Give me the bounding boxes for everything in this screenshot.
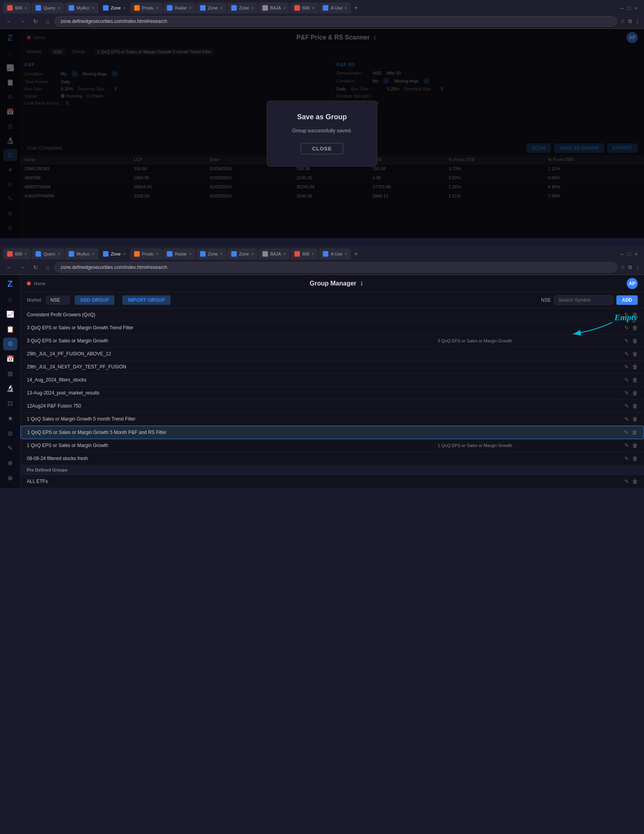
delete-icon[interactable]: 🗑 bbox=[632, 364, 638, 370]
menu-icon-2[interactable]: ⋮ bbox=[635, 264, 640, 270]
gm-market-value[interactable]: NSE bbox=[46, 296, 70, 304]
sidebar2-icon-tool3[interactable]: ⊕ bbox=[3, 457, 17, 470]
tab-close[interactable]: × bbox=[24, 252, 27, 256]
reload-button[interactable]: ↻ bbox=[31, 17, 40, 25]
tab-close[interactable]: × bbox=[189, 252, 191, 256]
tab-close[interactable]: × bbox=[283, 6, 286, 10]
tab-close[interactable]: × bbox=[312, 252, 314, 256]
sidebar2-icon-tool1[interactable]: ⊘ bbox=[3, 427, 17, 440]
predefined-group-item[interactable]: ALL ETFs ✎ 🗑 bbox=[21, 475, 644, 488]
url-input-2[interactable] bbox=[54, 262, 617, 272]
modal-close-button[interactable]: CLOSE bbox=[301, 143, 343, 154]
reload-button-2[interactable]: ↻ bbox=[31, 263, 40, 271]
sidebar2-icon-stars[interactable]: ★ bbox=[3, 412, 17, 425]
close-window-button[interactable]: × bbox=[635, 5, 638, 11]
tab-close[interactable]: × bbox=[251, 6, 254, 10]
edit-icon[interactable]: ✎ bbox=[624, 390, 629, 396]
tab-baja-2[interactable]: BAJA × bbox=[258, 248, 290, 259]
minimize-button-2[interactable]: ─ bbox=[620, 251, 623, 257]
bookmark-icon[interactable]: ☆ bbox=[620, 18, 625, 24]
sidebar2-icon-chart[interactable]: 📈 bbox=[3, 308, 17, 321]
group-list-item[interactable]: 14_Aug_2024_filters_stocks ✎ 🗑 bbox=[21, 374, 644, 387]
edit-icon[interactable]: ✎ bbox=[624, 364, 629, 370]
add-symbol-button[interactable]: ADD bbox=[616, 295, 638, 305]
tab-close[interactable]: × bbox=[283, 252, 286, 256]
extensions-icon[interactable]: ⧉ bbox=[628, 18, 632, 24]
add-group-button[interactable]: ADD GROUP bbox=[75, 295, 114, 305]
sidebar2-icon-home[interactable]: ⌂ bbox=[3, 293, 17, 306]
tab-606-2[interactable]: 606 × bbox=[3, 248, 31, 259]
import-group-button[interactable]: IMPORT GROUP bbox=[122, 295, 170, 305]
menu-icon[interactable]: ⋮ bbox=[635, 18, 640, 24]
group-list-item[interactable]: 1 QoQ EPS or Sales or Margin Growth 5 Mo… bbox=[21, 426, 644, 439]
tab-query-2[interactable]: Query × bbox=[32, 248, 64, 259]
edit-icon[interactable]: ✎ bbox=[624, 312, 629, 318]
new-tab-button-2[interactable]: + bbox=[354, 250, 358, 257]
close-window-button-2[interactable]: × bbox=[635, 251, 638, 257]
gm-info-icon[interactable]: ℹ bbox=[361, 280, 363, 287]
tab-close[interactable]: × bbox=[156, 252, 158, 256]
tab-close[interactable]: × bbox=[92, 252, 94, 256]
edit-icon[interactable]: ✎ bbox=[624, 338, 629, 344]
tab-ause-2[interactable]: A Use × bbox=[319, 248, 351, 259]
forward-button-2[interactable]: → bbox=[17, 263, 28, 271]
bookmark-icon-2[interactable]: ☆ bbox=[620, 264, 625, 270]
app-logo-2[interactable]: Z bbox=[7, 279, 13, 289]
delete-icon[interactable]: 🗑 bbox=[632, 351, 638, 357]
delete-icon[interactable]: 🗑 bbox=[632, 390, 638, 396]
tab-close[interactable]: × bbox=[92, 6, 94, 10]
group-list-item[interactable]: Consistent Profit Growers (QoQ) ✎ 🗑 bbox=[21, 308, 644, 321]
delete-icon[interactable]: 🗑 bbox=[632, 416, 638, 422]
edit-icon[interactable]: ✎ bbox=[624, 442, 629, 449]
group-list-item[interactable]: 3 QoQ EPS or Sales or Margin Growth Tren… bbox=[21, 321, 644, 334]
tab-606b-2[interactable]: 606 × bbox=[290, 248, 318, 259]
tab-close[interactable]: × bbox=[345, 252, 347, 256]
tab-close[interactable]: × bbox=[58, 252, 60, 256]
delete-icon[interactable]: 🗑 bbox=[632, 312, 638, 318]
group-list-item[interactable]: 3 QoQ EPS or Sales or Margin Growth 3 Qo… bbox=[21, 334, 644, 348]
edit-icon[interactable]: ✎ bbox=[624, 403, 629, 409]
search-symbol-input[interactable] bbox=[554, 295, 613, 305]
tab-close[interactable]: × bbox=[251, 252, 254, 256]
edit-icon[interactable]: ✎ bbox=[624, 478, 629, 485]
delete-icon[interactable]: 🗑 bbox=[632, 429, 637, 436]
tab-zone2-2[interactable]: Zone × bbox=[196, 248, 227, 259]
group-list-item[interactable]: 29th_JUL_24_PF_FUSION_ABOVE_12 ✎ 🗑 bbox=[21, 348, 644, 361]
tab-baja-1[interactable]: BAJA × bbox=[258, 2, 290, 13]
sidebar2-icon-settings[interactable]: ⚙ bbox=[3, 338, 17, 350]
back-button[interactable]: ← bbox=[4, 17, 14, 25]
tab-radar-1[interactable]: Radar × bbox=[163, 2, 195, 13]
tab-close[interactable]: × bbox=[123, 252, 125, 256]
edit-icon[interactable]: ✎ bbox=[624, 455, 629, 462]
sidebar2-icon-tool2[interactable]: ✎ bbox=[3, 442, 17, 455]
group-list-item[interactable]: 13-Aug-2024_post_market_results ✎ 🗑 bbox=[21, 387, 644, 400]
tab-close[interactable]: × bbox=[220, 252, 223, 256]
forward-button[interactable]: → bbox=[17, 17, 28, 25]
tab-myadmin-1[interactable]: MyAcc × bbox=[65, 2, 98, 13]
edit-icon[interactable]: ✎ bbox=[624, 351, 629, 357]
group-list-item[interactable]: 1 QoQ EPS or Sales or Margin Growth 1 Qo… bbox=[21, 439, 644, 452]
sidebar2-icon-calendar[interactable]: 📅 bbox=[3, 353, 17, 365]
tab-radar-2[interactable]: Radar × bbox=[163, 248, 195, 259]
tab-myadmin-2[interactable]: MyAcc × bbox=[65, 248, 98, 259]
sidebar2-icon-grid[interactable]: ⊞ bbox=[3, 367, 17, 380]
tab-606-1[interactable]: 606 × bbox=[3, 2, 31, 13]
gm-home-label[interactable]: Home bbox=[34, 281, 45, 286]
tab-606b-1[interactable]: 606 × bbox=[290, 2, 318, 13]
sidebar2-icon-research[interactable]: 🔬 bbox=[3, 382, 17, 395]
group-list-item[interactable]: 12Aug24 P&F Fusion 750 ✎ 🗑 bbox=[21, 400, 644, 413]
delete-icon[interactable]: 🗑 bbox=[632, 338, 638, 344]
new-tab-button[interactable]: + bbox=[354, 4, 358, 11]
tab-produ-1[interactable]: Produ × bbox=[130, 2, 162, 13]
group-list-item[interactable]: 29th_JUL_24_NEXT_DAY_TEST_PF_FUSION ✎ 🗑 bbox=[21, 361, 644, 374]
delete-icon[interactable]: 🗑 bbox=[632, 325, 638, 331]
tab-close[interactable]: × bbox=[220, 6, 223, 10]
tab-ause-1[interactable]: A Use × bbox=[319, 2, 351, 13]
maximize-button[interactable]: □ bbox=[628, 5, 631, 11]
sidebar2-icon-scan[interactable]: ⊡ bbox=[3, 397, 17, 410]
maximize-button-2[interactable]: □ bbox=[628, 251, 631, 257]
edit-icon[interactable]: ✎ bbox=[624, 325, 629, 331]
tab-close[interactable]: × bbox=[312, 6, 314, 10]
tab-close[interactable]: × bbox=[58, 6, 60, 10]
tab-zone3-1[interactable]: Zone × bbox=[227, 2, 258, 13]
